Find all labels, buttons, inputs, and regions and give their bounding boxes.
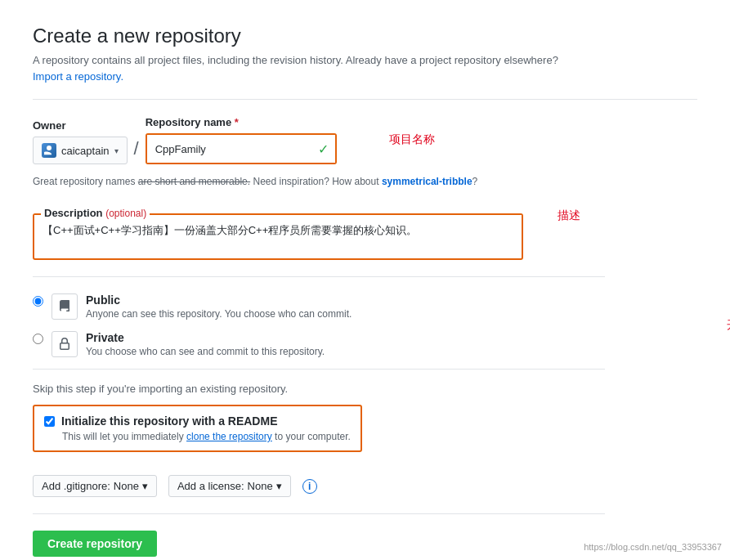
license-dropdown[interactable]: Add a license: None ▾ bbox=[168, 475, 291, 497]
readme-box: Initialize this repository with a README… bbox=[33, 405, 362, 452]
private-text-group: Private You choose who can see and commi… bbox=[86, 331, 325, 357]
repo-name-label-text: Repository name bbox=[146, 116, 231, 128]
private-desc: You choose who can see and commit to thi… bbox=[86, 346, 325, 357]
owner-repo-row: Owner caicaptain ▾ / Repository name * bbox=[33, 116, 337, 164]
chevron-down-icon: ▾ bbox=[114, 146, 119, 155]
suggestion-text-1: Great repository names bbox=[33, 176, 138, 187]
public-option: Public Anyone can see this repository. Y… bbox=[33, 293, 697, 320]
annotation-visibility: 开放还是私有 bbox=[727, 318, 730, 333]
suggestion-text-2: Need inspiration? How about bbox=[250, 176, 382, 187]
public-label[interactable]: Public bbox=[86, 293, 352, 307]
suggestion-highlight: symmetrical-tribble bbox=[382, 176, 472, 187]
divider-top bbox=[33, 99, 697, 100]
readme-title[interactable]: Initialize this repository with a README bbox=[61, 414, 277, 428]
annotation-project-name: 项目名称 bbox=[389, 132, 435, 147]
repo-name-container: ✓ bbox=[146, 133, 337, 164]
subtitle-text: A repository contains all project files,… bbox=[33, 54, 558, 66]
init-section: Skip this step if you're importing an ex… bbox=[33, 369, 605, 497]
gitignore-dropdown[interactable]: Add .gitignore: None ▾ bbox=[33, 475, 157, 497]
required-marker: * bbox=[235, 116, 239, 128]
description-label: Description (optional) bbox=[41, 207, 150, 219]
check-icon: ✓ bbox=[318, 141, 329, 157]
public-text-group: Public Anyone can see this repository. Y… bbox=[86, 293, 352, 320]
owner-select[interactable]: caicaptain ▾ bbox=[33, 137, 128, 164]
divider-mid bbox=[33, 276, 605, 277]
page-title: Create a new repository bbox=[33, 25, 697, 47]
readme-checkbox[interactable] bbox=[44, 416, 55, 427]
annotation-description: 描述 bbox=[558, 208, 580, 223]
owner-group: Owner caicaptain ▾ bbox=[33, 119, 128, 164]
description-label-text: Description bbox=[44, 207, 103, 219]
skip-text: Skip this step if you're importing an ex… bbox=[33, 383, 605, 395]
description-optional: (optional) bbox=[105, 208, 146, 219]
readme-desc: This will let you immediately clone the … bbox=[62, 431, 351, 442]
suggestion-strikethrough: are short and memorable. bbox=[138, 176, 250, 187]
extra-options: Add .gitignore: None ▾ Add a license: No… bbox=[33, 475, 605, 497]
repo-name-label: Repository name * bbox=[146, 116, 337, 128]
owner-avatar bbox=[42, 143, 56, 158]
gitignore-chevron: ▾ bbox=[142, 480, 148, 492]
public-radio[interactable] bbox=[33, 296, 43, 307]
license-label: Add a license: bbox=[177, 480, 244, 492]
suggestion-text: Great repository names are short and mem… bbox=[33, 176, 697, 187]
create-repository-button[interactable]: Create repository bbox=[33, 531, 157, 557]
readme-clone-link[interactable]: clone the repository bbox=[186, 431, 272, 442]
gitignore-label: Add .gitignore: bbox=[42, 480, 110, 492]
slash-separator: / bbox=[128, 135, 146, 164]
suggestion-text-3: ? bbox=[472, 176, 478, 187]
public-icon bbox=[52, 293, 78, 320]
divider-bottom bbox=[33, 513, 605, 514]
gitignore-value: None bbox=[114, 480, 139, 492]
import-link[interactable]: Import a repository. bbox=[33, 70, 123, 83]
form-section: Owner caicaptain ▾ / Repository name * bbox=[33, 116, 697, 557]
watermark: https://blog.csdn.net/qq_33953367 bbox=[584, 542, 722, 552]
info-icon[interactable]: i bbox=[302, 479, 317, 494]
page-subtitle: A repository contains all project files,… bbox=[33, 54, 697, 66]
private-label[interactable]: Private bbox=[86, 331, 325, 344]
private-option: Private You choose who can see and commi… bbox=[33, 331, 697, 357]
public-desc: Anyone can see this repository. You choo… bbox=[86, 308, 352, 320]
readme-checkbox-row: Initialize this repository with a README bbox=[44, 414, 351, 428]
license-chevron: ▾ bbox=[276, 480, 282, 492]
repo-name-input[interactable] bbox=[147, 135, 335, 163]
repo-name-group: Repository name * ✓ bbox=[146, 116, 337, 164]
visibility-section: Public Anyone can see this repository. Y… bbox=[33, 293, 697, 357]
description-section: Description (optional) bbox=[33, 213, 523, 260]
license-value: None bbox=[248, 480, 273, 492]
description-input[interactable] bbox=[34, 215, 522, 256]
owner-name: caicaptain bbox=[61, 145, 110, 157]
readme-desc-2: to your computer. bbox=[272, 431, 351, 442]
owner-label: Owner bbox=[33, 119, 128, 132]
private-icon bbox=[52, 331, 78, 357]
private-radio[interactable] bbox=[33, 334, 43, 344]
readme-desc-1: This will let you immediately bbox=[62, 431, 186, 442]
